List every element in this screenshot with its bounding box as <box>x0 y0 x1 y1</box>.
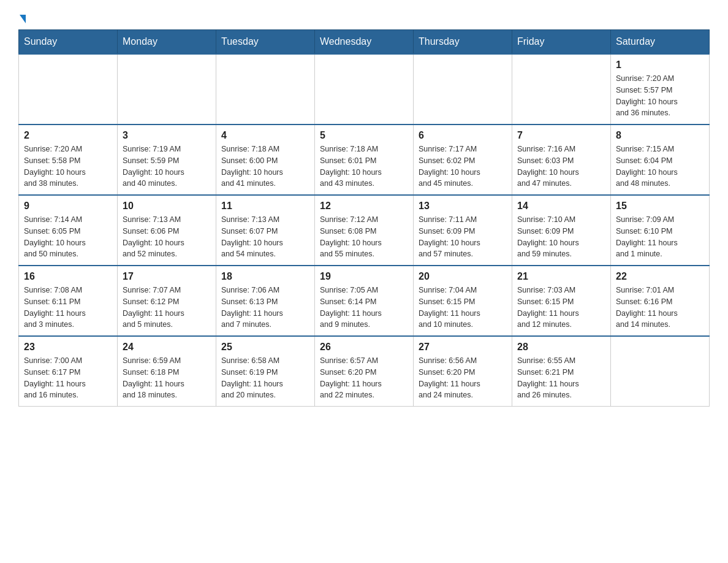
day-number: 8 <box>616 130 704 141</box>
day-number: 3 <box>123 130 211 141</box>
calendar-day-cell: 2Sunrise: 7:20 AM Sunset: 5:58 PM Daylig… <box>19 124 118 195</box>
day-info: Sunrise: 7:16 AM Sunset: 6:03 PM Dayligh… <box>517 144 605 190</box>
calendar-day-cell: 22Sunrise: 7:01 AM Sunset: 6:16 PM Dayli… <box>611 266 710 336</box>
day-info: Sunrise: 7:13 AM Sunset: 6:06 PM Dayligh… <box>123 214 211 260</box>
day-info: Sunrise: 6:57 AM Sunset: 6:20 PM Dayligh… <box>320 355 408 401</box>
calendar-day-cell: 16Sunrise: 7:08 AM Sunset: 6:11 PM Dayli… <box>19 266 118 336</box>
day-number: 25 <box>221 342 309 353</box>
day-number: 6 <box>419 130 507 141</box>
day-info: Sunrise: 7:12 AM Sunset: 6:08 PM Dayligh… <box>320 214 408 260</box>
day-number: 26 <box>320 342 408 353</box>
calendar-day-cell: 13Sunrise: 7:11 AM Sunset: 6:09 PM Dayli… <box>414 195 512 266</box>
day-info: Sunrise: 7:08 AM Sunset: 6:11 PM Dayligh… <box>24 285 112 331</box>
day-number: 27 <box>419 342 507 353</box>
day-info: Sunrise: 7:10 AM Sunset: 6:09 PM Dayligh… <box>517 214 605 260</box>
calendar-day-cell: 12Sunrise: 7:12 AM Sunset: 6:08 PM Dayli… <box>315 195 414 266</box>
day-number: 9 <box>24 201 112 212</box>
calendar-day-cell: 28Sunrise: 6:55 AM Sunset: 6:21 PM Dayli… <box>512 336 611 407</box>
day-of-week-header: Wednesday <box>315 30 414 55</box>
calendar-day-cell: 8Sunrise: 7:15 AM Sunset: 6:04 PM Daylig… <box>611 124 710 195</box>
calendar-day-cell: 7Sunrise: 7:16 AM Sunset: 6:03 PM Daylig… <box>512 124 611 195</box>
calendar-week-row: 16Sunrise: 7:08 AM Sunset: 6:11 PM Dayli… <box>19 266 710 336</box>
day-info: Sunrise: 7:14 AM Sunset: 6:05 PM Dayligh… <box>24 214 112 260</box>
calendar-day-cell: 20Sunrise: 7:04 AM Sunset: 6:15 PM Dayli… <box>414 266 512 336</box>
day-info: Sunrise: 6:59 AM Sunset: 6:18 PM Dayligh… <box>123 355 211 401</box>
day-info: Sunrise: 7:11 AM Sunset: 6:09 PM Dayligh… <box>419 214 507 260</box>
day-info: Sunrise: 7:18 AM Sunset: 6:00 PM Dayligh… <box>221 144 309 190</box>
calendar-day-cell: 18Sunrise: 7:06 AM Sunset: 6:13 PM Dayli… <box>216 266 315 336</box>
calendar-header-row: SundayMondayTuesdayWednesdayThursdayFrid… <box>19 30 710 55</box>
day-info: Sunrise: 7:15 AM Sunset: 6:04 PM Dayligh… <box>616 144 704 190</box>
day-number: 5 <box>320 130 408 141</box>
calendar-day-cell: 26Sunrise: 6:57 AM Sunset: 6:20 PM Dayli… <box>315 336 414 407</box>
calendar-day-cell: 25Sunrise: 6:58 AM Sunset: 6:19 PM Dayli… <box>216 336 315 407</box>
calendar-day-cell: 1Sunrise: 7:20 AM Sunset: 5:57 PM Daylig… <box>611 54 710 124</box>
day-of-week-header: Tuesday <box>216 30 315 55</box>
day-info: Sunrise: 7:19 AM Sunset: 5:59 PM Dayligh… <box>123 144 211 190</box>
calendar-table: SundayMondayTuesdayWednesdayThursdayFrid… <box>18 29 710 407</box>
calendar-day-cell: 11Sunrise: 7:13 AM Sunset: 6:07 PM Dayli… <box>216 195 315 266</box>
day-number: 19 <box>320 271 408 282</box>
day-info: Sunrise: 7:18 AM Sunset: 6:01 PM Dayligh… <box>320 144 408 190</box>
calendar-day-cell <box>512 54 611 124</box>
day-number: 18 <box>221 271 309 282</box>
calendar-day-cell: 9Sunrise: 7:14 AM Sunset: 6:05 PM Daylig… <box>19 195 118 266</box>
day-info: Sunrise: 7:20 AM Sunset: 5:58 PM Dayligh… <box>24 144 112 190</box>
day-of-week-header: Saturday <box>611 30 710 55</box>
calendar-day-cell <box>315 54 414 124</box>
day-info: Sunrise: 7:05 AM Sunset: 6:14 PM Dayligh… <box>320 285 408 331</box>
day-info: Sunrise: 7:01 AM Sunset: 6:16 PM Dayligh… <box>616 285 704 331</box>
day-of-week-header: Thursday <box>414 30 512 55</box>
day-number: 4 <box>221 130 309 141</box>
calendar-day-cell: 4Sunrise: 7:18 AM Sunset: 6:00 PM Daylig… <box>216 124 315 195</box>
day-info: Sunrise: 7:07 AM Sunset: 6:12 PM Dayligh… <box>123 285 211 331</box>
day-number: 7 <box>517 130 605 141</box>
calendar-day-cell: 21Sunrise: 7:03 AM Sunset: 6:15 PM Dayli… <box>512 266 611 336</box>
day-number: 22 <box>616 271 704 282</box>
day-info: Sunrise: 7:20 AM Sunset: 5:57 PM Dayligh… <box>616 73 704 119</box>
day-info: Sunrise: 7:04 AM Sunset: 6:15 PM Dayligh… <box>419 285 507 331</box>
day-number: 21 <box>517 271 605 282</box>
calendar-day-cell <box>414 54 512 124</box>
day-number: 28 <box>517 342 605 353</box>
day-info: Sunrise: 6:58 AM Sunset: 6:19 PM Dayligh… <box>221 355 309 401</box>
logo-arrow-icon <box>20 15 26 23</box>
day-number: 16 <box>24 271 112 282</box>
day-number: 23 <box>24 342 112 353</box>
page-header <box>18 12 710 23</box>
day-info: Sunrise: 7:13 AM Sunset: 6:07 PM Dayligh… <box>221 214 309 260</box>
calendar-day-cell <box>216 54 315 124</box>
calendar-day-cell: 19Sunrise: 7:05 AM Sunset: 6:14 PM Dayli… <box>315 266 414 336</box>
calendar-day-cell: 3Sunrise: 7:19 AM Sunset: 5:59 PM Daylig… <box>118 124 216 195</box>
calendar-week-row: 2Sunrise: 7:20 AM Sunset: 5:58 PM Daylig… <box>19 124 710 195</box>
calendar-day-cell: 15Sunrise: 7:09 AM Sunset: 6:10 PM Dayli… <box>611 195 710 266</box>
calendar-day-cell: 17Sunrise: 7:07 AM Sunset: 6:12 PM Dayli… <box>118 266 216 336</box>
day-number: 2 <box>24 130 112 141</box>
calendar-day-cell: 27Sunrise: 6:56 AM Sunset: 6:20 PM Dayli… <box>414 336 512 407</box>
calendar-day-cell <box>19 54 118 124</box>
calendar-day-cell: 6Sunrise: 7:17 AM Sunset: 6:02 PM Daylig… <box>414 124 512 195</box>
calendar-day-cell: 5Sunrise: 7:18 AM Sunset: 6:01 PM Daylig… <box>315 124 414 195</box>
day-info: Sunrise: 6:56 AM Sunset: 6:20 PM Dayligh… <box>419 355 507 401</box>
calendar-week-row: 1Sunrise: 7:20 AM Sunset: 5:57 PM Daylig… <box>19 54 710 124</box>
calendar-week-row: 9Sunrise: 7:14 AM Sunset: 6:05 PM Daylig… <box>19 195 710 266</box>
day-number: 17 <box>123 271 211 282</box>
day-number: 20 <box>419 271 507 282</box>
calendar-day-cell <box>611 336 710 407</box>
day-number: 15 <box>616 201 704 212</box>
day-of-week-header: Friday <box>512 30 611 55</box>
calendar-day-cell <box>118 54 216 124</box>
day-of-week-header: Monday <box>118 30 216 55</box>
day-number: 24 <box>123 342 211 353</box>
calendar-day-cell: 10Sunrise: 7:13 AM Sunset: 6:06 PM Dayli… <box>118 195 216 266</box>
day-info: Sunrise: 7:03 AM Sunset: 6:15 PM Dayligh… <box>517 285 605 331</box>
day-number: 13 <box>419 201 507 212</box>
day-number: 10 <box>123 201 211 212</box>
calendar-day-cell: 14Sunrise: 7:10 AM Sunset: 6:09 PM Dayli… <box>512 195 611 266</box>
calendar-day-cell: 24Sunrise: 6:59 AM Sunset: 6:18 PM Dayli… <box>118 336 216 407</box>
day-number: 14 <box>517 201 605 212</box>
day-of-week-header: Sunday <box>19 30 118 55</box>
day-info: Sunrise: 7:00 AM Sunset: 6:17 PM Dayligh… <box>24 355 112 401</box>
day-number: 12 <box>320 201 408 212</box>
day-number: 11 <box>221 201 309 212</box>
